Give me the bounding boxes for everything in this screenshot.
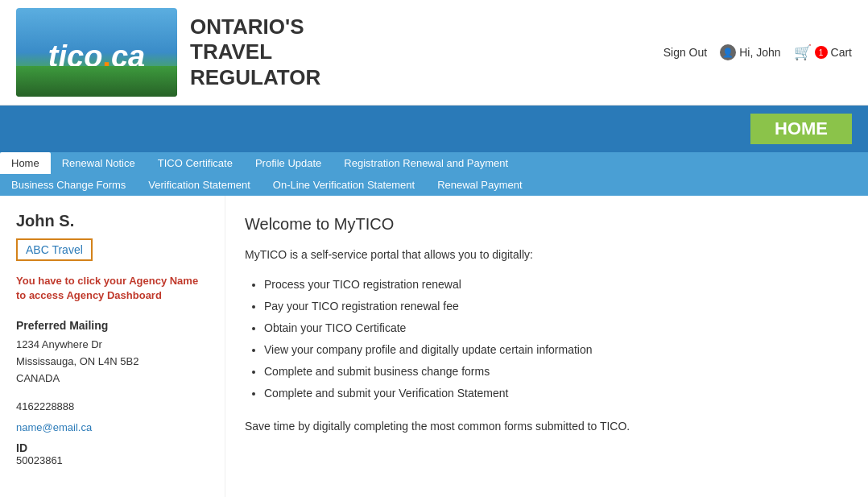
address-line1: 1234 Anywhere Dr — [16, 337, 209, 354]
list-item: Complete and submit your Verification St… — [264, 385, 849, 402]
cart-label: Cart — [831, 46, 852, 59]
signout-link[interactable]: Sign Out — [663, 46, 707, 59]
nav-bar: HOME — [0, 106, 868, 152]
nav-bar-inner: HOME — [16, 114, 852, 144]
feature-list: Process your TICO registration renewal P… — [245, 276, 849, 402]
save-time-text: Save time by digitally completing the mo… — [245, 418, 849, 435]
user-section: 👤 Hi, John — [720, 44, 780, 60]
tab-business-change[interactable]: Business Change Forms — [0, 174, 137, 196]
tab-registration-renewal[interactable]: Registration Renewal and Payment — [333, 152, 519, 174]
tab-verification-statement[interactable]: Verification Statement — [137, 174, 261, 196]
tab-tico-certificate[interactable]: TICO Certificate — [147, 152, 244, 174]
site-title: ONTARIO'S TRAVEL REGULATOR — [190, 14, 320, 90]
sidebar-email-link[interactable]: name@email.ca — [16, 421, 92, 433]
logo-wave — [16, 66, 177, 97]
user-icon: 👤 — [720, 44, 736, 60]
page-header: tico.ca ONTARIO'S TRAVEL REGULATOR Sign … — [0, 0, 868, 106]
user-name-link[interactable]: Hi, John — [739, 46, 780, 59]
cart-icon: 🛒 — [794, 43, 812, 61]
content-area: John S. ABC Travel You have to click you… — [0, 196, 868, 497]
list-item: Process your TICO registration renewal — [264, 276, 849, 293]
welcome-intro: MyTICO is a self-service portal that all… — [245, 246, 849, 263]
list-item: View your company profile and digitally … — [264, 342, 849, 358]
tabs-row-2: Business Change Forms Verification State… — [0, 174, 868, 196]
tab-online-verification[interactable]: On-Line Verification Statement — [262, 174, 426, 196]
address-line2: Mississauga, ON L4N 5B2 — [16, 354, 209, 371]
address-line3: CANADA — [16, 371, 209, 387]
tabs-container: Home Renewal Notice TICO Certificate Pro… — [0, 152, 868, 196]
sidebar-agency-link[interactable]: ABC Travel — [16, 238, 93, 261]
list-item: Pay your TICO registration renewal fee — [264, 298, 849, 315]
sidebar-address: 1234 Anywhere Dr Mississauga, ON L4N 5B2… — [16, 337, 209, 387]
sidebar: John S. ABC Travel You have to click you… — [0, 196, 225, 497]
cart-badge: 1 — [815, 46, 828, 59]
sidebar-phone: 4162228888 — [16, 400, 209, 412]
tab-profile-update[interactable]: Profile Update — [244, 152, 333, 174]
cart-section[interactable]: 🛒 1 Cart — [794, 43, 852, 61]
sidebar-id-value: 50023861 — [16, 454, 209, 466]
sidebar-hint: You have to click your Agency Name to ac… — [16, 274, 209, 303]
preferred-mailing-label: Preferred Mailing — [16, 319, 209, 332]
list-item: Complete and submit business change form… — [264, 363, 849, 380]
header-right: Sign Out 👤 Hi, John 🛒 1 Cart — [663, 43, 852, 61]
tab-renewal-notice[interactable]: Renewal Notice — [51, 152, 147, 174]
sidebar-user-name: John S. — [16, 212, 209, 230]
logo: tico.ca — [16, 8, 177, 97]
sidebar-id-label: ID — [16, 441, 209, 454]
tab-renewal-payment[interactable]: Renewal Payment — [426, 174, 534, 196]
welcome-title: Welcome to MyTICO — [245, 215, 849, 234]
main-content: Welcome to MyTICO MyTICO is a self-servi… — [225, 196, 868, 497]
list-item: Obtain your TICO Certificate — [264, 320, 849, 337]
header-left: tico.ca ONTARIO'S TRAVEL REGULATOR — [16, 8, 320, 97]
home-button[interactable]: HOME — [750, 114, 852, 144]
tab-home[interactable]: Home — [0, 152, 51, 174]
tabs-row-1: Home Renewal Notice TICO Certificate Pro… — [0, 152, 868, 174]
